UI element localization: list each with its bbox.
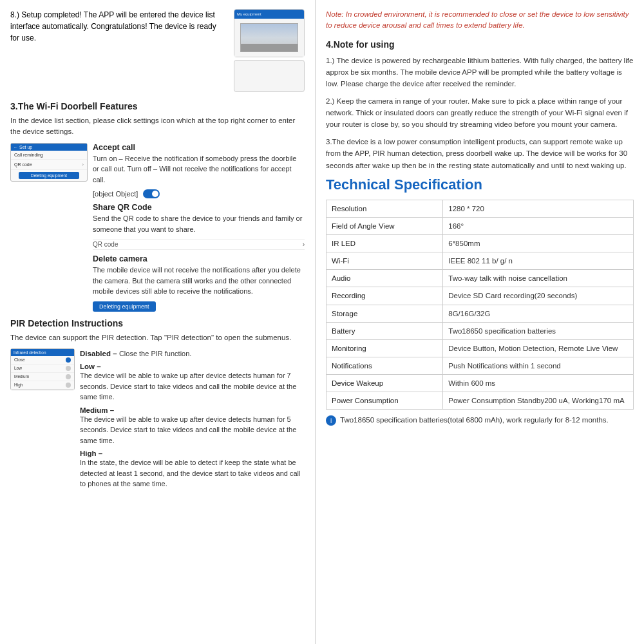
qr-code-feature-row: QR code ›: [93, 239, 305, 250]
tech-spec-section: Technical Specification Resolution1280 *…: [326, 176, 634, 426]
pir-row-low: Low: [11, 365, 74, 373]
pir-medium-desc: The device will be able to wake up after…: [80, 414, 305, 446]
accept-call-title: Accept call: [93, 143, 305, 152]
spec-label: Notifications: [327, 357, 443, 374]
delete-camera-item: Delete camera The mobile device will not…: [93, 254, 305, 297]
spec-label: Audio: [327, 270, 443, 287]
pir-high-item: High – In the state, the device will be …: [80, 450, 305, 489]
pir-disabled-desc: Close the PIR function.: [119, 350, 192, 357]
spec-value: 6*850mm: [443, 235, 634, 252]
delete-camera-desc: The mobile device will not receive the n…: [93, 265, 305, 297]
spec-value: Two-way talk with noise cancellation: [443, 270, 634, 287]
spec-label: Field of Angle View: [327, 218, 443, 235]
call-reminding-feature-label: [object Object]: [93, 190, 138, 198]
pir-low-title: Low –: [80, 363, 305, 370]
pir-section-title: PIR Detection Instructions: [10, 318, 305, 328]
pir-header: Infrared detection: [11, 349, 74, 356]
features-container: ← Set up Call reminding QR code › Deleti…: [10, 143, 305, 312]
pir-high-label: High: [14, 383, 23, 387]
spec-label: Resolution: [327, 200, 443, 218]
spec-label: IR LED: [327, 235, 443, 252]
spec-value: Within 600 ms: [443, 374, 634, 392]
spec-table-row: Power ConsumptionPower Consumption Stand…: [327, 392, 634, 410]
qr-code-row: QR code ›: [11, 160, 87, 170]
note-section-title: 4.Note for using: [326, 39, 634, 50]
pir-low-item: Low – The device will be able to wake up…: [80, 363, 305, 402]
pir-disabled-item: Disabled – Close the PIR function.: [80, 348, 305, 359]
call-reminding-row: Call reminding: [11, 151, 87, 160]
pir-high-desc: In the state, the device will be able to…: [80, 457, 305, 489]
wifi-section-desc: In the device list section, please click…: [10, 115, 305, 138]
spec-table-row: Wi-FiIEEE 802 11 b/ g/ n: [327, 252, 634, 270]
accept-call-desc: Turn on – Receive the notification if so…: [93, 153, 305, 185]
pir-row-medium: Medium: [11, 373, 74, 381]
info-icon: i: [326, 415, 336, 426]
features-content: Accept call Turn on – Receive the notifi…: [93, 143, 305, 312]
left-panel: 8.) Setup completed! The APP will be ent…: [0, 0, 316, 644]
battery-note-text: Two18650 specification batteries(total 6…: [340, 415, 609, 426]
step8-section: 8.) Setup completed! The APP will be ent…: [10, 9, 305, 92]
spec-table-row: MonitoringDevice Button, Motion Detectio…: [327, 339, 634, 357]
deleting-equipment-btn[interactable]: Deleting equipment: [19, 172, 79, 179]
call-reminding-label: Call reminding: [14, 153, 43, 157]
delete-equipment-button[interactable]: Deleting equipment: [93, 301, 156, 312]
accept-call-item: Accept call Turn on – Receive the notifi…: [93, 143, 305, 185]
settings-screen: ← Set up Call reminding QR code › Deleti…: [10, 143, 88, 182]
spec-value: IEEE 802 11 b/ g/ n: [443, 252, 634, 270]
pir-low-desc: The device will be able to wake up after…: [80, 370, 305, 402]
settings-phone: ← Set up Call reminding QR code › Deleti…: [10, 143, 88, 312]
spec-label: Device Wakeup: [327, 374, 443, 392]
pir-row-high: High: [11, 381, 74, 390]
pir-section-desc: The device can support the PIR detection…: [10, 332, 305, 343]
note-para-1: 1.) The device is powered by rechargeabl…: [326, 55, 634, 90]
note-text: Note: In crowded environment, it is reco…: [326, 9, 634, 32]
spec-label: Power Consumption: [327, 392, 443, 410]
note-section: 4.Note for using 1.) The device is power…: [326, 39, 634, 172]
back-icon: ←: [14, 145, 18, 149]
pir-content: Disabled – Close the PIR function. Low –…: [80, 348, 305, 493]
spec-table-row: BatteryTwo18650 specification batteries: [327, 322, 634, 339]
spec-label: Recording: [327, 287, 443, 305]
pir-medium-label: Medium: [14, 374, 29, 379]
pir-phone: Infrared detection Close Low Medium: [10, 348, 75, 493]
pir-section: PIR Detection Instructions The device ca…: [10, 318, 305, 493]
share-qr-title: Share QR Code: [93, 203, 305, 212]
spec-value: 8G/16G/32G: [443, 305, 634, 322]
spec-value: Device SD Card recording(20 seconds): [443, 287, 634, 305]
pir-dot-4: [66, 383, 71, 388]
spec-table-row: IR LED6*850mm: [327, 235, 634, 252]
pir-dot-2: [66, 366, 71, 371]
spec-table-row: Storage8G/16G/32G: [327, 305, 634, 322]
qr-chevron-icon: ›: [303, 241, 305, 248]
pir-disabled-label: Close: [14, 357, 25, 362]
pir-container: Infrared detection Close Low Medium: [10, 348, 305, 493]
phone-header-1: My equipment: [234, 10, 304, 19]
spec-table-row: Resolution1280 * 720: [327, 200, 634, 218]
call-reminding-toggle[interactable]: [143, 189, 160, 198]
spec-table-row: RecordingDevice SD Card recording(20 sec…: [327, 287, 634, 305]
pir-disabled-title: Disabled –: [80, 350, 117, 357]
note-para-3: 3.The device is a low power consumption …: [326, 136, 634, 171]
phone-mockup-2: [234, 60, 305, 92]
share-qr-item: Share QR Code Send the QR code to share …: [93, 203, 305, 234]
phone-mockup-1: My equipment: [234, 9, 305, 57]
spec-label: Battery: [327, 322, 443, 339]
pir-dot-3: [66, 374, 71, 379]
phone-body-1: [234, 19, 304, 57]
spec-table: Resolution1280 * 720Field of Angle View1…: [326, 200, 634, 410]
call-reminding-feature-row: [object Object]: [93, 189, 305, 198]
wifi-section: 3.The Wi-Fi Doorbell Features In the dev…: [10, 101, 305, 312]
qr-code-label: QR code: [14, 162, 32, 167]
pir-medium-item: Medium – The device will be able to wake…: [80, 406, 305, 446]
spec-value: Power Consumption Standby200 uA, Working…: [443, 392, 634, 410]
pir-high-title: High –: [80, 450, 305, 457]
delete-camera-title: Delete camera: [93, 254, 305, 263]
battery-note: i Two18650 specification batteries(total…: [326, 415, 634, 426]
pir-low-label: Low: [14, 366, 22, 370]
spec-value: Push Notifications within 1 second: [443, 357, 634, 374]
spec-label: Storage: [327, 305, 443, 322]
spec-value: Two18650 specification batteries: [443, 322, 634, 339]
room-image: [240, 23, 298, 52]
step8-image: My equipment: [234, 9, 305, 92]
wifi-section-title: 3.The Wi-Fi Doorbell Features: [10, 101, 305, 111]
